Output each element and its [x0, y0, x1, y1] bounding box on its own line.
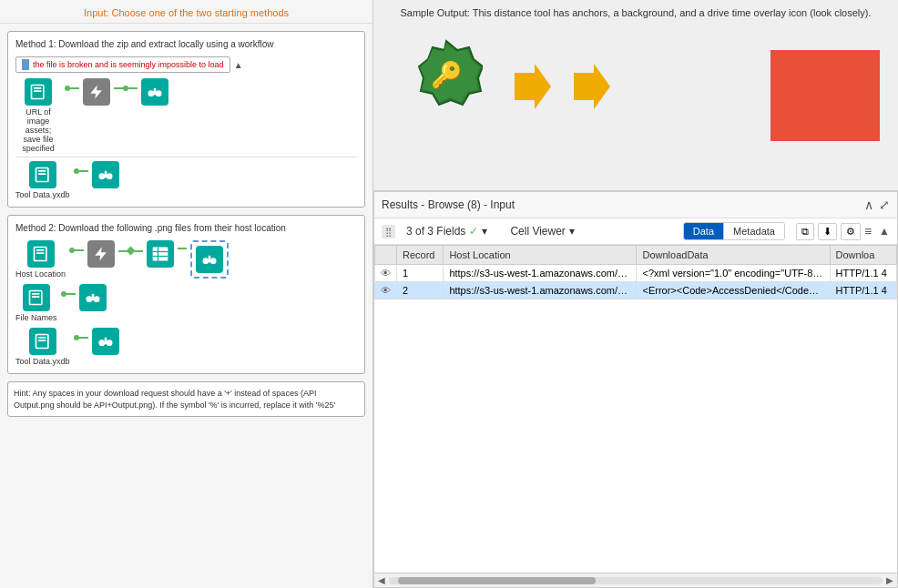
- error-bar-expand[interactable]: ▲: [234, 60, 243, 70]
- workflow-area: Method 1: Download the zip and extract l…: [0, 24, 372, 584]
- method2-title: Method 2: Download the following .png fi…: [15, 223, 357, 233]
- method1-title: Method 1: Download the zip and extract l…: [15, 39, 357, 49]
- binoculars-dashed[interactable]: [190, 240, 229, 279]
- connector6: [178, 248, 187, 249]
- binoculars-tool-2: [92, 161, 119, 188]
- tab-data[interactable]: Data: [684, 223, 723, 239]
- lightning-icon-2[interactable]: [87, 240, 115, 268]
- table-row[interactable]: 👁 1 https://s3-us-west-1.amazonaws.com/c…: [375, 265, 897, 282]
- lightning-icon-1[interactable]: [83, 78, 110, 106]
- binoculars-icon-3[interactable]: [196, 246, 223, 273]
- line3: [128, 87, 138, 89]
- col-host-location: Host Location: [444, 246, 637, 265]
- col-icon: [375, 246, 397, 265]
- connector1: [65, 86, 79, 91]
- binoculars-icon-1[interactable]: [141, 78, 168, 106]
- table-row[interactable]: 👁 2 https://s3-us-west-1.amazonaws.com/c…: [375, 282, 897, 299]
- scroll-thumb: [398, 577, 596, 584]
- results-header: Results - Browse (8) - Input ∧ ⤢: [374, 192, 897, 218]
- book-icon-2[interactable]: [29, 161, 56, 188]
- connector4: [69, 248, 84, 253]
- connector8: [74, 335, 88, 340]
- method1-box: Method 1: Download the zip and extract l…: [7, 31, 365, 208]
- expand-btn[interactable]: ⤢: [879, 198, 890, 212]
- svg-text:🔑: 🔑: [431, 60, 463, 90]
- connector7: [61, 291, 76, 297]
- scroll-up-btn[interactable]: ▲: [879, 225, 890, 238]
- svg-rect-22: [104, 341, 107, 344]
- blue-bar: [22, 59, 29, 70]
- save-btn[interactable]: ⬇: [818, 223, 837, 240]
- svg-rect-19: [91, 294, 94, 298]
- hint-box: Hint: Any spaces in your download reques…: [7, 381, 365, 417]
- lightning-tool-2: [87, 240, 115, 268]
- method2-box: Method 2: Download the following .png fi…: [7, 215, 365, 374]
- tab-metadata[interactable]: Metadata: [723, 223, 784, 239]
- data-table: Record Host Location DownloadData Downlo…: [374, 245, 897, 573]
- row2-dl: HTTP/1.1 4: [830, 282, 896, 299]
- row1-dldata: <?xml version="1.0" encoding="UTF-8"?>: [637, 265, 830, 282]
- book-tool-3: Host Location: [15, 240, 66, 279]
- chevron-down-icon-2: ▾: [569, 225, 575, 238]
- method2-flow-row2: File Names: [15, 284, 357, 322]
- binoculars-tool-3: [79, 284, 107, 311]
- method2-flow-row1: Host Location: [15, 240, 357, 279]
- more-btn[interactable]: ≡: [864, 224, 872, 238]
- settings-btn[interactable]: ⚙: [841, 223, 861, 240]
- results-title: Results - Browse (8) - Input: [382, 198, 515, 211]
- svg-point-13: [210, 258, 217, 264]
- book-tool-4: File Names: [15, 284, 57, 322]
- sample-output-area: Sample Output: This distance tool has an…: [373, 0, 898, 191]
- svg-point-20: [98, 340, 105, 346]
- connector3: [74, 168, 88, 174]
- row2-record: 2: [397, 282, 444, 299]
- chevron-down-icon: ▾: [482, 225, 487, 238]
- svg-point-16: [86, 296, 92, 302]
- col-download: Downloa: [830, 246, 896, 265]
- book-label-3: Host Location: [15, 269, 66, 279]
- svg-rect-6: [104, 175, 107, 177]
- table-icon-1[interactable]: [147, 240, 174, 268]
- book-tool-5: Tool Data.yxdb: [15, 328, 70, 366]
- binoculars-icon-2[interactable]: [92, 161, 119, 188]
- book-tool-1: URL of image assets; save file specified: [15, 78, 61, 153]
- results-panel: Results - Browse (8) - Input ∧ ⤢ ⣿ 3 of …: [373, 191, 898, 588]
- table-tool-1: [147, 240, 174, 268]
- svg-marker-28: [574, 64, 610, 109]
- scroll-right-icon[interactable]: ▶: [886, 575, 893, 585]
- connector5: [118, 248, 143, 254]
- scroll-left-icon[interactable]: ◀: [378, 575, 385, 585]
- book-icon-1[interactable]: [25, 78, 52, 106]
- cell-viewer-button[interactable]: Cell Viewer ▾: [510, 225, 574, 238]
- book-icon-4[interactable]: [23, 284, 50, 311]
- svg-rect-8: [153, 248, 168, 261]
- binoculars-tool-1: [141, 78, 168, 106]
- badge-icon: 🔑: [410, 36, 464, 91]
- book-tool-2: Tool Data.yxdb: [15, 161, 70, 199]
- drag-handle-icon: ⣿: [382, 225, 395, 238]
- binoculars-icon-4[interactable]: [79, 284, 107, 311]
- svg-point-21: [106, 340, 112, 346]
- book-icon-5[interactable]: [29, 328, 56, 355]
- results-header-icons: ∧ ⤢: [864, 198, 890, 212]
- error-bar: the file is broken and is seemingly impo…: [15, 56, 230, 73]
- svg-point-1: [156, 90, 162, 96]
- book-icon-3[interactable]: [27, 240, 55, 268]
- line4: [79, 170, 88, 172]
- collapse-btn[interactable]: ∧: [864, 198, 873, 212]
- cell-viewer-label: Cell Viewer: [510, 225, 565, 238]
- arrow-shape-1: [515, 64, 551, 112]
- toolbar-icons: ⧉ ⬇ ⚙ ≡: [796, 223, 872, 240]
- check-icon: ✓: [469, 225, 478, 238]
- scroll-track[interactable]: [389, 577, 883, 584]
- col-download-data: DownloadData: [637, 246, 830, 265]
- svg-point-4: [98, 173, 105, 179]
- row2-icon: 👁: [375, 282, 397, 299]
- copy-btn[interactable]: ⧉: [796, 223, 814, 240]
- svg-point-5: [106, 173, 112, 179]
- book-label-1: URL of image assets; save file specified: [15, 107, 61, 153]
- svg-rect-18: [91, 298, 94, 300]
- binoculars-icon-5[interactable]: [92, 328, 119, 355]
- row1-host: https://s3-us-west-1.amazonaws.com/commu…: [444, 265, 637, 282]
- fields-button[interactable]: 3 of 3 Fields ✓ ▾: [406, 225, 487, 238]
